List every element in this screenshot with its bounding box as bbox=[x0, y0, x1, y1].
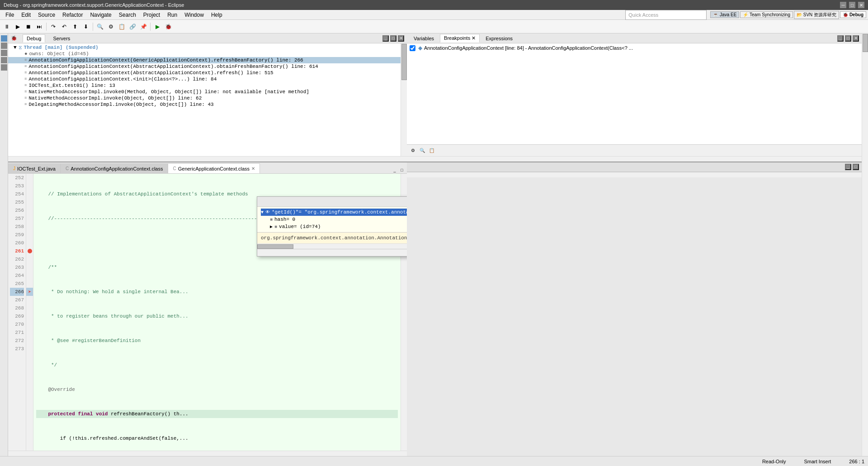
side-icon-1[interactable] bbox=[1, 35, 7, 42]
breakpoint-checkbox[interactable] bbox=[410, 45, 415, 51]
stack-frame-4[interactable]: ≡ IOCTest_Ext.test01() line: 13 bbox=[8, 82, 401, 89]
toolbar-btn-2[interactable]: ▶ bbox=[13, 22, 23, 32]
stack-frame-1[interactable]: ≡ AnnotationConfigApplicationContext(Abs… bbox=[8, 63, 401, 70]
line-256: * Do nothing: We hold a single internal … bbox=[36, 288, 189, 296]
minimize-button[interactable]: ─ bbox=[840, 2, 846, 8]
side-icon-5[interactable] bbox=[1, 64, 7, 71]
toolbar-btn-9[interactable]: 🔍 bbox=[95, 22, 105, 32]
toolbar-debug-btn[interactable]: 🐞 bbox=[163, 22, 173, 32]
menu-search[interactable]: Search bbox=[115, 11, 140, 19]
line-260: @Override bbox=[36, 385, 75, 394]
popup-horiz-thumb[interactable] bbox=[257, 244, 293, 249]
var-toolbar-btn2[interactable]: 🔍 bbox=[418, 147, 426, 155]
popup-horiz-scroll[interactable] bbox=[257, 243, 407, 249]
line-numbers: 252 253 254 255 256 257 258 259 260 261 … bbox=[8, 174, 26, 451]
stack-frame-2[interactable]: ≡ AnnotationConfigApplicationContext(Abs… bbox=[8, 70, 401, 76]
br-minimize[interactable]: _ bbox=[845, 164, 851, 170]
toolbar-run-btn[interactable]: ▶ bbox=[152, 22, 162, 32]
stack-frame-6[interactable]: ≡ NativeMethodAccessorImpl.invoke(Object… bbox=[8, 95, 401, 101]
debug-panel-maximize[interactable]: □ bbox=[390, 35, 396, 42]
toolbar-btn-10[interactable]: ⚙ bbox=[106, 22, 116, 32]
side-icon-4[interactable] bbox=[1, 57, 7, 63]
side-icon-3[interactable] bbox=[1, 50, 7, 56]
var-panel-maximize[interactable]: □ bbox=[845, 35, 851, 42]
popup-value-bar: org.springframework.context.annotation.A… bbox=[257, 232, 407, 243]
menu-window[interactable]: Window bbox=[181, 11, 208, 19]
debug-tree-scrollbar[interactable] bbox=[401, 43, 407, 156]
maximize-button[interactable]: □ bbox=[849, 2, 855, 8]
window-controls: ─ □ ✕ bbox=[840, 2, 864, 8]
toolbar-btn-11[interactable]: 📋 bbox=[117, 22, 127, 32]
debug-panel-minimize[interactable]: _ bbox=[382, 35, 389, 42]
br-horiz-scroll[interactable] bbox=[407, 172, 862, 177]
menu-source[interactable]: Source bbox=[34, 11, 59, 19]
tab-variables[interactable]: Variables bbox=[410, 34, 438, 43]
tree-thread-main[interactable]: ▼ ⧖ Thread [main] (Suspended) bbox=[8, 44, 401, 51]
close-button[interactable]: ✕ bbox=[858, 2, 864, 8]
popup-child-value[interactable]: ▶ ■ value= (id=74) bbox=[261, 223, 407, 230]
toolbar-btn-13[interactable]: 📌 bbox=[138, 22, 148, 32]
popup-child-hash[interactable]: ■ hash= 0 bbox=[261, 216, 407, 223]
toolbar-btn-3[interactable]: ⏹ bbox=[24, 22, 33, 32]
editor-min-btn[interactable]: _ bbox=[392, 167, 398, 173]
editor-max-btn[interactable]: □ bbox=[399, 167, 405, 173]
menu-help[interactable]: Help bbox=[208, 11, 226, 19]
var-toolbar-btn1[interactable]: ⚙ bbox=[409, 147, 417, 155]
menu-project[interactable]: Project bbox=[140, 11, 164, 19]
breakpoints-list[interactable]: ◆ AnnotationConfigApplicationContext [li… bbox=[407, 43, 862, 144]
tab-annotation-config[interactable]: C AnnotationConfigApplicationContext.cla… bbox=[61, 163, 168, 173]
tab-close-icon[interactable]: ✕ bbox=[251, 166, 255, 171]
toolbar-btn-5[interactable]: ↷ bbox=[48, 22, 58, 32]
debug-panel-close[interactable]: ✕ bbox=[398, 35, 404, 42]
quick-access-box[interactable]: Quick Access bbox=[625, 10, 707, 20]
toolbar-sep-1 bbox=[46, 23, 47, 31]
toolbar-btn-6[interactable]: ↶ bbox=[59, 22, 69, 32]
menu-navigate[interactable]: Navigate bbox=[86, 11, 115, 19]
var-toolbar-btn3[interactable]: 📋 bbox=[428, 147, 436, 155]
toolbar-btn-4[interactable]: ⏭ bbox=[34, 22, 44, 32]
toolbar-btn-1[interactable]: ⏸ bbox=[2, 22, 12, 32]
menu-edit[interactable]: Edit bbox=[18, 11, 34, 19]
perspective-debug[interactable]: 🐞 Debug bbox=[840, 11, 866, 18]
editor-horiz-scroll[interactable] bbox=[8, 451, 407, 456]
tab-debug[interactable]: Debug bbox=[23, 34, 45, 43]
popup-root-item[interactable]: ▼ 👁 *getId()"= "org.springframework.cont… bbox=[261, 209, 407, 216]
menu-refactor[interactable]: Refactor bbox=[59, 11, 86, 19]
stack-frame-3[interactable]: ≡ AnnotationConfigApplicationContext.<in… bbox=[8, 76, 401, 82]
var-panel-minimize[interactable]: _ bbox=[837, 35, 844, 42]
stack-frame-5[interactable]: ≡ NativeMethodAccessorImpl.invoke0(Metho… bbox=[8, 89, 401, 95]
stack-frame-0[interactable]: ≡ AnnotationConfigApplicationContext(Gen… bbox=[8, 57, 401, 63]
toolbar-btn-12[interactable]: 🔗 bbox=[127, 22, 137, 32]
perspective-javaee[interactable]: ☕ Java EE bbox=[710, 11, 739, 18]
breakpoint-item-1[interactable]: ◆ AnnotationConfigApplicationContext [li… bbox=[407, 43, 862, 52]
br-maximize[interactable]: □ bbox=[853, 164, 859, 170]
main-right-scroll-thumb[interactable] bbox=[863, 34, 868, 52]
var-panel-close[interactable]: ✕ bbox=[853, 35, 859, 42]
popup-watch-icon: 👁 bbox=[265, 209, 270, 215]
stack-icon-3: ≡ bbox=[24, 77, 27, 81]
tab-breakpoints[interactable]: Breakpoints ✕ bbox=[440, 34, 480, 43]
class-file-icon-1: C bbox=[66, 166, 69, 171]
thread-tree[interactable]: ▼ ⧖ Thread [main] (Suspended) ● owns: Ob… bbox=[8, 43, 401, 156]
tab-servers[interactable]: Servers bbox=[49, 34, 74, 43]
thread-icon: ⧖ bbox=[19, 45, 22, 50]
perspective-svn[interactable]: 📂 SVN 资源库研究 bbox=[794, 11, 839, 19]
tree-owns[interactable]: ● owns: Object (id=45) bbox=[8, 51, 401, 57]
tab-generic-context[interactable]: C GenericApplicationContext.class ✕ bbox=[168, 163, 260, 173]
menu-run[interactable]: Run bbox=[164, 11, 181, 19]
var-horiz-scroll[interactable] bbox=[407, 156, 862, 162]
debug-horiz-scroll[interactable] bbox=[8, 156, 407, 162]
perspective-team-sync[interactable]: ⚡ Team Synchronizing bbox=[740, 11, 793, 18]
tab-ioctest[interactable]: J IOCTest_Ext.java bbox=[8, 163, 61, 173]
editor-code-container: 252 253 254 255 256 257 258 259 260 261 … bbox=[8, 174, 407, 451]
var-panel-header: Variables Breakpoints ✕ Expressions _ □ … bbox=[407, 33, 862, 43]
debug-tree-scroll-thumb[interactable] bbox=[401, 44, 407, 80]
side-icon-2[interactable] bbox=[1, 43, 7, 49]
main-right-scrollbar[interactable] bbox=[862, 33, 868, 456]
tab-expressions[interactable]: Expressions bbox=[481, 34, 517, 43]
menu-file[interactable]: File bbox=[2, 11, 18, 19]
toolbar-btn-7[interactable]: ⬆ bbox=[70, 22, 80, 32]
stack-frame-7[interactable]: ≡ DelegatingMethodAccessorImpl.invoke(Ob… bbox=[8, 101, 401, 108]
stack-text-6: NativeMethodAccessorImpl.invoke(Object, … bbox=[28, 95, 202, 101]
toolbar-btn-8[interactable]: ⬇ bbox=[81, 22, 91, 32]
